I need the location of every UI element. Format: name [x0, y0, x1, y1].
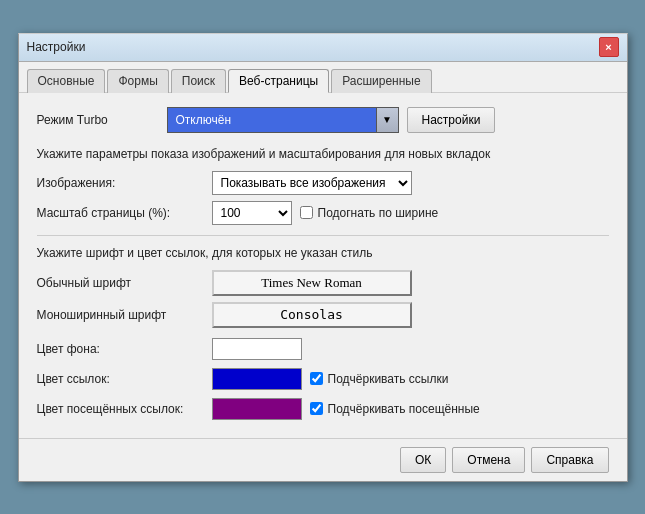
window-title: Настройки	[27, 40, 86, 54]
underline-visited-label: Подчёркивать посещённые	[328, 402, 480, 416]
ok-button[interactable]: ОК	[400, 447, 446, 473]
fit-row: Подогнать по ширине	[300, 206, 439, 220]
tab-advanced[interactable]: Расширенные	[331, 69, 432, 93]
normal-font-label: Обычный шрифт	[37, 276, 212, 290]
tab-osnovnye[interactable]: Основные	[27, 69, 106, 93]
bg-color-swatch[interactable]	[212, 338, 302, 360]
turbo-label: Режим Turbo	[37, 113, 167, 127]
visited-color-label: Цвет посещённых ссылок:	[37, 402, 212, 416]
mono-font-label: Моноширинный шрифт	[37, 308, 212, 322]
settings-window: Настройки × Основные Формы Поиск Веб-стр…	[18, 33, 628, 482]
normal-font-button[interactable]: Times New Roman	[212, 270, 412, 296]
link-color-label: Цвет ссылок:	[37, 372, 212, 386]
underline-visited-checkbox[interactable]	[310, 402, 323, 415]
tab-content: Режим Turbo Отключён ▼ Настройки Укажите…	[19, 93, 627, 438]
fit-label: Подогнать по ширине	[318, 206, 439, 220]
images-select[interactable]: Показывать все изображения	[212, 171, 412, 195]
cancel-button[interactable]: Отмена	[452, 447, 525, 473]
turbo-row: Режим Turbo Отключён ▼ Настройки	[37, 107, 609, 133]
tab-poisk[interactable]: Поиск	[171, 69, 226, 93]
link-color-swatch[interactable]	[212, 368, 302, 390]
images-row: Изображения: Показывать все изображения	[37, 171, 609, 195]
turbo-value[interactable]: Отключён	[167, 107, 377, 133]
link-color-row: Цвет ссылок: Подчёркивать ссылки	[37, 368, 609, 390]
fit-checkbox[interactable]	[300, 206, 313, 219]
mono-font-button[interactable]: Consolas	[212, 302, 412, 328]
underline-links-row: Подчёркивать ссылки	[310, 372, 449, 386]
turbo-dropdown-button[interactable]: ▼	[377, 107, 399, 133]
normal-font-row: Обычный шрифт Times New Roman	[37, 270, 609, 296]
scale-select[interactable]: 100	[212, 201, 292, 225]
turbo-select-container: Отключён ▼	[167, 107, 399, 133]
tab-bar: Основные Формы Поиск Веб-страницы Расшир…	[19, 62, 627, 93]
separator-1	[37, 235, 609, 236]
close-button[interactable]: ×	[599, 37, 619, 57]
visited-color-row: Цвет посещённых ссылок: Подчёркивать пос…	[37, 398, 609, 420]
mono-font-row: Моноширинный шрифт Consolas	[37, 302, 609, 328]
bg-color-row: Цвет фона:	[37, 338, 609, 360]
scale-label: Масштаб страницы (%):	[37, 206, 212, 220]
titlebar: Настройки ×	[19, 34, 627, 62]
turbo-settings-button[interactable]: Настройки	[407, 107, 496, 133]
underline-links-label: Подчёркивать ссылки	[328, 372, 449, 386]
underline-visited-row: Подчёркивать посещённые	[310, 402, 480, 416]
visited-color-swatch[interactable]	[212, 398, 302, 420]
bottom-bar: ОК Отмена Справка	[19, 438, 627, 481]
underline-links-checkbox[interactable]	[310, 372, 323, 385]
scale-row: Масштаб страницы (%): 100 Подогнать по ш…	[37, 201, 609, 225]
fonts-description: Укажите шрифт и цвет ссылок, для которых…	[37, 246, 609, 260]
images-description: Укажите параметры показа изображений и м…	[37, 147, 609, 161]
images-label: Изображения:	[37, 176, 212, 190]
help-button[interactable]: Справка	[531, 447, 608, 473]
bg-color-label: Цвет фона:	[37, 342, 212, 356]
tab-webpages[interactable]: Веб-страницы	[228, 69, 329, 93]
tab-formy[interactable]: Формы	[107, 69, 168, 93]
